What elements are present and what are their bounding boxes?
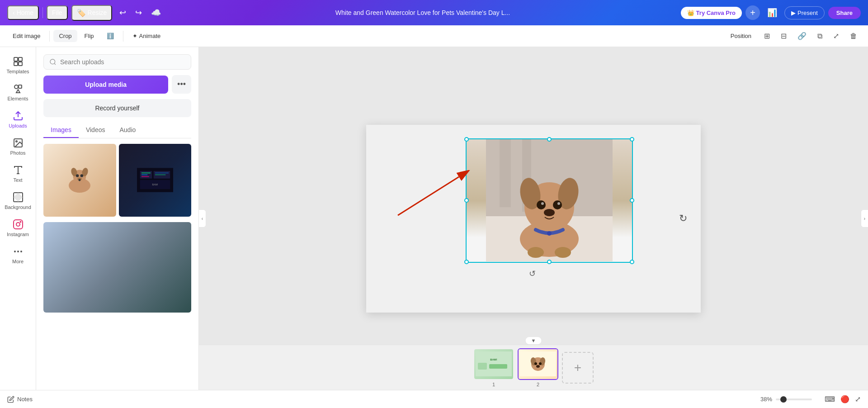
keyboard-icon[interactable]: ⌨ — [825, 395, 835, 403]
tab-images[interactable]: Images — [43, 123, 79, 138]
notes-icon — [7, 396, 14, 403]
notes-button[interactable]: Notes — [7, 396, 33, 403]
cloud-save-icon[interactable]: ☁️ — [147, 5, 165, 20]
home-label: Home — [17, 9, 33, 16]
layers-icon[interactable]: ⊞ — [760, 29, 774, 43]
chevron-left-icon: ‹ — [13, 9, 15, 16]
try-pro-button[interactable]: 👑 Try Canva Pro — [681, 7, 742, 19]
animate-icon: ✦ — [132, 33, 137, 39]
add-button[interactable]: + — [745, 5, 760, 20]
svg-rect-0 — [14, 57, 18, 61]
search-input[interactable] — [60, 58, 185, 66]
animate-label: Animate — [139, 33, 161, 39]
svg-point-15 — [20, 222, 21, 223]
present-label: Present — [797, 9, 818, 16]
svg-point-66 — [534, 362, 537, 365]
sidebar-item-background[interactable]: Background — [2, 188, 34, 213]
media-grid: BAM! — [43, 144, 191, 217]
collapse-panel-right-button[interactable]: › — [861, 209, 868, 228]
filmstrip-col-add: + — [562, 352, 594, 384]
resize-icon[interactable]: ⤢ — [830, 29, 843, 43]
svg-rect-3 — [19, 62, 22, 66]
home-button[interactable]: ‹ Home — [7, 5, 39, 20]
svg-point-28 — [79, 179, 81, 181]
position-button[interactable]: Position — [725, 30, 757, 42]
add-page-button[interactable]: + — [562, 352, 594, 384]
tab-videos[interactable]: Videos — [79, 123, 113, 138]
undo-button[interactable]: ↩ — [116, 5, 130, 20]
sidebar-item-photos[interactable]: Photos — [2, 134, 34, 159]
flip-button[interactable]: Flip — [79, 30, 99, 42]
svg-rect-2 — [14, 62, 18, 66]
expand-icon[interactable]: ⤢ — [855, 395, 861, 403]
handle-top-right[interactable] — [630, 137, 634, 142]
chart-icon[interactable]: 📊 — [764, 5, 781, 20]
play-icon: ▶ — [791, 9, 796, 16]
toolbar-divider — [49, 31, 50, 42]
rotate-icon-right[interactable]: ↻ — [679, 213, 687, 224]
share-button[interactable]: Share — [828, 7, 861, 19]
svg-line-20 — [54, 63, 56, 65]
thumb1-svg: BAM! — [476, 351, 512, 376]
film-thumb-2-content — [519, 349, 557, 379]
more-icon — [13, 246, 24, 257]
handle-bottom-left[interactable] — [464, 260, 469, 264]
handle-mid-left[interactable] — [464, 198, 469, 203]
top-bar-right: 👑 Try Canva Pro + 📊 ▶ Present Share — [681, 5, 861, 20]
delete-icon[interactable]: 🗑 — [846, 29, 861, 43]
svg-point-68 — [536, 365, 540, 368]
record-yourself-button[interactable]: Record yourself — [43, 99, 191, 117]
grid-icon[interactable]: ⊟ — [777, 29, 790, 43]
crop-button[interactable]: Crop — [53, 30, 77, 42]
handle-bottom-mid[interactable] — [547, 260, 552, 264]
film-thumb-2[interactable] — [518, 348, 558, 380]
svg-rect-41 — [500, 139, 511, 207]
background-icon — [13, 192, 24, 203]
canvas-inner: ↺ ↻ — [366, 125, 701, 313]
redo-button[interactable]: ↪ — [132, 5, 146, 20]
copy-icon[interactable]: ⧉ — [814, 29, 826, 43]
sidebar-item-elements[interactable]: Elements — [2, 80, 34, 105]
svg-rect-33 — [142, 176, 149, 177]
more-options-button[interactable]: ••• — [172, 75, 191, 94]
zoom-controls: 38% ⌨ 🔴 ⤢ — [760, 395, 861, 403]
sidebar-item-more[interactable]: More — [2, 242, 34, 268]
page-num-1: 1 — [492, 382, 495, 387]
svg-point-25 — [76, 174, 79, 177]
animate-button[interactable]: ✦ Animate — [127, 30, 166, 42]
sidebar-item-templates[interactable]: Templates — [2, 52, 34, 78]
collapse-panel-left-button[interactable]: ‹ — [199, 209, 206, 228]
collapse-timeline-button[interactable]: ▼ — [525, 337, 542, 345]
film-thumb-1-content: BAM! — [474, 349, 513, 379]
tab-audio[interactable]: Audio — [112, 123, 143, 138]
status-right: ⌨ 🔴 ⤢ — [825, 395, 861, 403]
link-icon[interactable]: 🔗 — [794, 29, 810, 43]
media-thumb-dark[interactable]: BAM! — [119, 144, 192, 217]
sidebar-label-instagram: Instagram — [7, 232, 29, 237]
sidebar-item-instagram[interactable]: Instagram — [2, 215, 34, 241]
film-thumb-1[interactable]: BAM! — [473, 348, 514, 380]
sidebar-item-uploads[interactable]: Uploads — [2, 107, 34, 132]
file-button[interactable]: File — [47, 5, 68, 20]
media-thumb-dog[interactable] — [43, 144, 116, 217]
handle-top-left[interactable] — [464, 137, 469, 142]
elements-icon — [13, 83, 24, 94]
edit-image-button[interactable]: Edit image — [7, 30, 46, 42]
handle-bottom-right[interactable] — [630, 260, 634, 264]
resize-button[interactable]: 🏷️ Resize — [71, 5, 113, 21]
upload-media-button[interactable]: Upload media — [43, 76, 168, 94]
info-button[interactable]: ℹ️ — [101, 30, 119, 42]
page-num-2: 2 — [537, 382, 539, 387]
handle-top-mid[interactable] — [547, 137, 552, 142]
rotate-handle-bottom[interactable]: ↺ — [529, 269, 536, 279]
search-box[interactable] — [43, 54, 191, 70]
present-button[interactable]: ▶ Present — [784, 6, 825, 19]
sidebar-item-text[interactable]: Text — [2, 161, 34, 186]
selected-image[interactable] — [466, 138, 633, 263]
zoom-slider[interactable] — [776, 399, 812, 400]
toolbar-right-group: Position ⊞ ⊟ 🔗 ⧉ ⤢ 🗑 — [725, 29, 861, 43]
templates-icon — [13, 56, 24, 67]
handle-mid-right[interactable] — [630, 198, 634, 203]
user-avatar[interactable]: 🔴 — [840, 395, 849, 403]
upload-panel: Upload media ••• Record yourself Images … — [36, 47, 199, 390]
